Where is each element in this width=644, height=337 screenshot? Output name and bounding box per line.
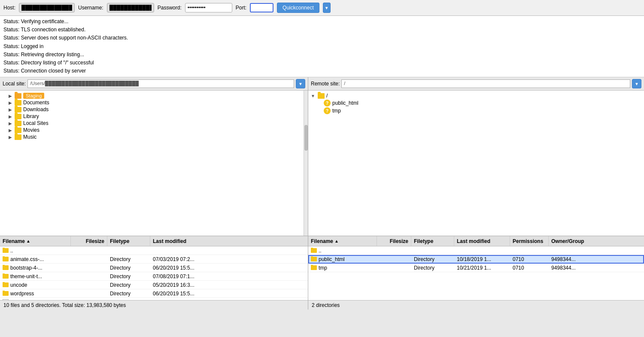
uncode-folder-type: Directory — [107, 282, 150, 288]
library-label: Library — [23, 113, 39, 119]
local-row-wordpress[interactable]: wordpress Directory 06/20/2019 15:5... — [0, 289, 308, 298]
local-row-bootstrap[interactable]: bootstrap-4-... Directory 06/20/2019 15:… — [0, 264, 308, 272]
file-panels: Filename ▲ Filesize Filetype Last modifi… — [0, 236, 644, 310]
remote-row-public-html[interactable]: public_html Directory 10/18/2019 1... 07… — [308, 255, 644, 264]
parent-name: .. — [10, 248, 13, 254]
local-row-themeunit[interactable]: theme-unit-t... Directory 07/08/2019 07:… — [0, 272, 308, 281]
tree-item-downloads[interactable]: ▶ Downloads — [0, 106, 304, 113]
remote-public-html-permissions: 0710 — [510, 256, 549, 262]
uncode-folder-modified: 05/20/2019 16:3... — [150, 282, 308, 288]
animate-name: animate.css-... — [10, 256, 44, 262]
remote-tmp-owner: 9498344... — [549, 265, 644, 271]
status-line-4: Status: Logged in — [3, 43, 641, 51]
local-tree-scrollbar[interactable] — [304, 91, 308, 236]
remote-col-filetype[interactable]: Filetype — [411, 236, 454, 246]
downloads-label: Downloads — [23, 106, 49, 112]
tree-item-music[interactable]: ▶ Music — [0, 134, 304, 140]
themeunit-modified: 07/08/2019 07:1... — [150, 273, 308, 279]
documents-label: Documents — [23, 100, 49, 106]
remote-public-html-type: Directory — [411, 256, 454, 262]
remote-public-html-modified: 10/18/2019 1... — [454, 256, 510, 262]
username-input[interactable] — [107, 3, 154, 12]
remote-col-owner[interactable]: Owner/Group — [549, 236, 644, 246]
localsites-label: Local Sites — [23, 120, 49, 126]
remote-tree-public-html[interactable]: ? public_html — [308, 99, 644, 107]
movies-folder-icon — [15, 128, 21, 133]
remote-tmp-modified: 10/21/2019 1... — [454, 265, 510, 271]
bootstrap-modified: 06/20/2019 15:5... — [150, 265, 308, 271]
bootstrap-type: Directory — [107, 265, 150, 271]
remote-site-label: Remote site: — [311, 81, 340, 87]
tree-item-localsites[interactable]: ▶ Local Sites — [0, 120, 304, 127]
remote-row-parent[interactable]: .. — [308, 246, 644, 255]
staging-folder-icon — [15, 93, 21, 99]
staging-label: Staging — [23, 93, 44, 99]
password-label: Password: — [158, 5, 182, 11]
local-col-filesize[interactable]: Filesize — [71, 236, 107, 246]
remote-col-filename[interactable]: Filename ▲ — [308, 236, 377, 246]
remote-col-filesize[interactable]: Filesize — [377, 236, 411, 246]
local-site-label: Local site: — [3, 81, 26, 87]
status-area: Status: Verifying certificate... Status:… — [0, 16, 644, 77]
remote-col-lastmod[interactable]: Last modified — [454, 236, 510, 246]
remote-col-permissions[interactable]: Permissions — [510, 236, 549, 246]
local-panel: Local site: /Users/█████████████████████… — [0, 77, 308, 236]
remote-tree: ▼ / ? public_html ? tmp — [308, 91, 644, 236]
tmp-label: tmp — [332, 108, 341, 114]
remote-file-list: .. public_html Directory 10/18/2019 1...… — [308, 246, 644, 300]
remote-public-html-owner: 9498344... — [549, 256, 644, 262]
themeunit-folder-icon — [3, 274, 9, 279]
local-row-uncode-folder[interactable]: uncode Directory 05/20/2019 16:3... — [0, 281, 308, 289]
wordpress-modified: 06/20/2019 15:5... — [150, 291, 308, 297]
local-tree-scroll-thumb — [304, 125, 308, 151]
remote-row-tmp[interactable]: tmp Directory 10/21/2019 1... 0710 94983… — [308, 264, 644, 272]
port-label: Port: — [236, 5, 246, 11]
local-col-filename[interactable]: Filename ▲ — [0, 236, 71, 246]
local-file-list: .. animate.css-... Directory 07/03/2019 … — [0, 246, 308, 300]
local-status-bar: 10 files and 5 directories. Total size: … — [0, 300, 308, 310]
local-row-animate[interactable]: animate.css-... Directory 07/03/2019 07:… — [0, 255, 308, 264]
public-html-question-icon: ? — [324, 100, 331, 106]
status-line-7: Status: Connection closed by server — [3, 67, 641, 75]
site-panels: Local site: /Users/█████████████████████… — [0, 77, 644, 236]
tree-item-documents[interactable]: ▶ Documents — [0, 99, 304, 106]
animate-modified: 07/03/2019 07:2... — [150, 256, 308, 262]
tree-item-library[interactable]: ▶ Library — [0, 113, 304, 120]
uncode-folder-icon — [3, 282, 9, 287]
tree-item-staging[interactable]: ▶ Staging — [0, 92, 304, 99]
tree-arrow-downloads: ▶ — [9, 107, 15, 112]
public-html-label: public_html — [332, 100, 358, 106]
animate-type: Directory — [107, 256, 150, 262]
status-line-6: Status: Directory listing of "/" success… — [3, 59, 641, 67]
remote-parent-folder-icon — [311, 248, 317, 253]
remote-tree-root[interactable]: ▼ / — [308, 92, 644, 99]
tree-arrow-library: ▶ — [9, 114, 15, 119]
themeunit-name: theme-unit-t... — [10, 273, 42, 279]
tmp-question-icon: ? — [324, 107, 331, 114]
documents-folder-icon — [15, 100, 21, 106]
host-input[interactable] — [19, 3, 75, 12]
remote-tmp-permissions: 0710 — [510, 265, 549, 271]
tree-item-movies[interactable]: ▶ Movies — [0, 127, 304, 134]
local-row-parent[interactable]: .. — [0, 246, 308, 255]
local-col-filetype[interactable]: Filetype — [107, 236, 150, 246]
music-folder-icon — [15, 134, 21, 140]
remote-tree-tmp[interactable]: ? tmp — [308, 107, 644, 115]
uncode-folder-name: uncode — [10, 282, 27, 288]
library-folder-icon — [15, 114, 21, 119]
remote-public-html-folder-icon — [311, 257, 317, 261]
quickconnect-dropdown[interactable]: ▼ — [323, 3, 331, 13]
local-site-dropdown[interactable]: ▼ — [296, 79, 305, 88]
local-col-lastmod[interactable]: Last modified — [150, 236, 308, 246]
password-input[interactable] — [185, 3, 232, 12]
local-site-path: /Users/████████████████████████████ — [27, 79, 294, 88]
root-label: / — [326, 93, 328, 99]
port-input[interactable] — [250, 3, 273, 12]
remote-site-path: / — [341, 79, 630, 88]
quickconnect-button[interactable]: Quickconnect — [277, 3, 319, 13]
local-status-text: 10 files and 5 directories. Total size: … — [3, 302, 126, 308]
remote-parent-name: .. — [319, 248, 322, 254]
remote-public-html-name: public_html — [319, 256, 345, 262]
remote-site-dropdown[interactable]: ▼ — [632, 79, 641, 88]
remote-tmp-name: tmp — [319, 265, 327, 271]
